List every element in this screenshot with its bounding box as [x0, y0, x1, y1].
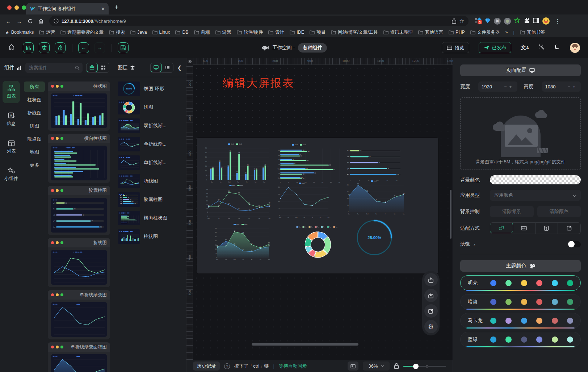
app-home-icon[interactable]	[8, 44, 15, 51]
edit-pen-button[interactable]	[424, 304, 438, 318]
layer-item[interactable]: 25.00% 饼图-环形	[118, 81, 182, 96]
undo-button[interactable]: ←	[78, 42, 89, 53]
bookmarks-overflow-chevron[interactable]: »	[505, 30, 508, 35]
bookmark-folder[interactable]: IDE	[290, 29, 304, 35]
clear-color-button[interactable]: 清除颜色	[537, 206, 581, 217]
width-stepper[interactable]: 1920−+	[478, 81, 517, 92]
help-icon[interactable]: ?	[224, 363, 230, 369]
extension-gem-icon[interactable]	[485, 18, 491, 25]
layers-thumbnail-view-button[interactable]	[150, 63, 162, 72]
profile-avatar[interactable]	[542, 17, 550, 25]
height-stepper[interactable]: 1080−+	[542, 81, 581, 92]
collapse-panel-chevron-icon[interactable]: ❮	[176, 64, 182, 71]
theme-option-row[interactable]: 明亮	[460, 275, 581, 291]
filter-expand-chevron-icon[interactable]: ›	[474, 242, 475, 247]
zoom-slider[interactable]	[403, 364, 446, 369]
bookmark-folder[interactable]: Linux	[152, 29, 170, 35]
reload-icon[interactable]	[25, 16, 35, 26]
style-tool-button[interactable]	[55, 42, 66, 53]
theme-color-header[interactable]: 主题颜色	[460, 260, 581, 272]
extensions-puzzle-icon[interactable]	[524, 17, 530, 25]
redo-button[interactable]: →	[94, 42, 105, 53]
canvas-chart-line[interactable]: 050100150200MonTueWedThuFriSatSundata1	[276, 182, 330, 219]
canvas-text-title[interactable]: 编辑大屏报表	[223, 76, 294, 91]
extension-g-icon[interactable]: g	[475, 18, 482, 24]
canvas-chart-capsule[interactable]: 厦门20南阳40北京60上海80新疆100020406080100	[344, 145, 406, 182]
category-item[interactable]: 散点图	[24, 134, 45, 144]
extension-star-icon[interactable]	[514, 17, 520, 25]
layer-item[interactable]: 柱状图	[118, 229, 182, 244]
back-icon[interactable]: ←	[4, 16, 13, 26]
project-name-pill[interactable]: 各种组件	[298, 43, 327, 53]
search-input[interactable]	[25, 63, 83, 73]
bookmarks-root[interactable]: ★Bookmarks	[5, 30, 34, 35]
publish-button[interactable]: 已发布	[479, 42, 511, 53]
canvas-chart-line[interactable]: 050100150200MonTueWedThuFriSatSun1202001…	[344, 180, 405, 215]
component-card[interactable]: 柱状图	[48, 81, 110, 131]
bookmark-folder[interactable]: 设计	[268, 29, 284, 35]
dark-mode-moon-icon[interactable]	[554, 44, 560, 51]
category-item[interactable]: 更多	[24, 160, 45, 170]
bookmark-folder[interactable]: 近期需要读的文章	[60, 29, 104, 35]
canvas-chart-hbar[interactable]: 050100150200250300350Mon120130Tue200130W…	[276, 143, 343, 183]
background-upload-dropzone[interactable]: 背景图需小于 5M，格式为 png/jpg/gif 的文件	[460, 97, 581, 170]
layer-item[interactable]: 饼图	[118, 100, 182, 114]
bookmark-folder[interactable]: 网站/博客/文章/工具	[331, 29, 378, 35]
bookmark-folder[interactable]: DB	[175, 29, 188, 35]
other-bookmarks-folder[interactable]: 其他书签	[520, 29, 545, 35]
export-upload-button[interactable]	[424, 273, 438, 287]
bookmark-folder[interactable]: 软件/硬件	[237, 29, 263, 35]
extension-cmd-icon[interactable]: ⌘	[494, 18, 501, 25]
window-zoom-button[interactable]	[22, 5, 26, 10]
forward-icon[interactable]: →	[14, 16, 24, 26]
horizontal-scrollbar[interactable]	[252, 343, 358, 346]
sidebar-tab-3[interactable]: 列表	[3, 136, 20, 158]
canvas-chart-donut[interactable]: MonTueWedThuFriSatSun	[287, 225, 349, 260]
browser-menu-icon[interactable]: ⋮	[553, 16, 562, 26]
bookmark-folder[interactable]: 搜索	[109, 29, 125, 35]
clear-background-button[interactable]: 清除背景	[490, 206, 534, 217]
layers-tool-button[interactable]	[39, 42, 50, 53]
user-avatar[interactable]	[570, 43, 580, 53]
import-download-button[interactable]	[424, 289, 438, 302]
canvas-chart-bar[interactable]: 050100150200250300350Mon120130Tue200130W…	[202, 143, 270, 183]
layer-item[interactable]: 折线图	[118, 174, 182, 188]
bookmark-folder[interactable]: 游戏	[215, 29, 231, 35]
visibility-eye-icon[interactable]	[186, 58, 193, 65]
layer-item[interactable]: 横向柱状图	[118, 211, 182, 225]
detail-panel-button[interactable]	[348, 361, 358, 371]
category-item[interactable]: 折线图	[24, 108, 45, 118]
share-icon[interactable]	[452, 18, 457, 24]
bookmark-star-icon[interactable]: ☆	[459, 18, 464, 24]
bookmark-folder[interactable]: 文件服务器	[470, 29, 500, 35]
zoom-slider-knob[interactable]	[413, 364, 419, 369]
dashboard-preview[interactable]: 050100150200250300350Mon120130Tue200130W…	[197, 138, 438, 273]
page-config-header[interactable]: 页面配置	[460, 64, 581, 76]
home-icon[interactable]	[36, 16, 46, 26]
charts-tool-button[interactable]	[23, 42, 34, 53]
canvas-chart-line[interactable]: 050100150200250300350MonTueWedThuFriSatS…	[204, 184, 271, 220]
app-type-select[interactable]: 应用颜色	[490, 190, 581, 201]
component-card[interactable]: 折线图	[48, 238, 110, 287]
fit-height-button[interactable]	[536, 223, 558, 234]
bookmark-folder[interactable]: 运营	[39, 29, 55, 35]
magic-wand-icon[interactable]	[538, 44, 545, 51]
fit-stretch-button[interactable]	[558, 223, 580, 234]
category-item[interactable]: 柱状图	[24, 95, 45, 105]
component-card[interactable]: 横向柱状图	[48, 134, 110, 183]
preview-button[interactable]: 预览	[442, 42, 469, 53]
browser-tab[interactable]: 工作空间-各种组件 ✕	[26, 3, 109, 14]
tab-close-icon[interactable]: ✕	[101, 6, 105, 12]
bookmark-folder[interactable]: Java	[130, 29, 147, 35]
sidebar-tab-4[interactable]: 小组件	[3, 163, 20, 186]
layer-item[interactable]: 双折线渐...	[118, 118, 182, 133]
site-info-icon[interactable]	[54, 18, 59, 24]
fit-width-button[interactable]	[513, 223, 536, 234]
component-card[interactable]: 胶囊柱图 厦门20南阳40北京60上海80新疆100	[48, 186, 110, 235]
bookmark-folder[interactable]: PHP	[449, 29, 465, 35]
extension-dot-icon[interactable]	[504, 18, 511, 25]
bookmark-folder[interactable]: 其他语言	[418, 29, 443, 35]
grid-view-button[interactable]	[97, 63, 109, 72]
fit-scale-button[interactable]	[490, 222, 513, 233]
theme-option-row[interactable]: 马卡龙	[460, 313, 581, 328]
